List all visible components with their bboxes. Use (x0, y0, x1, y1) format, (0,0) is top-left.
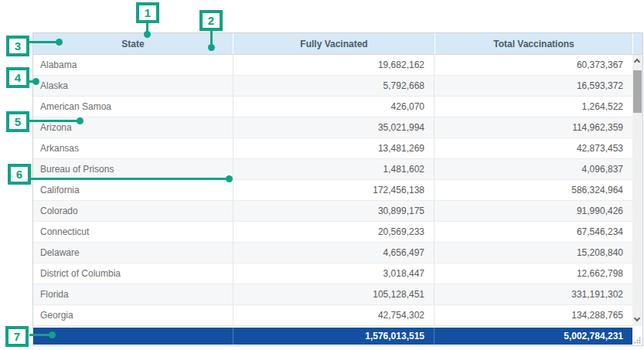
total-vaccinations-cell: 4,096,837 (434, 159, 632, 179)
fully-vacinated-cell: 19,682,162 (233, 55, 434, 75)
callout-7: 7 (5, 326, 29, 347)
fully-vacinated-cell: 42,754,302 (233, 305, 434, 325)
state-cell: Connecticut (33, 222, 233, 242)
table-row[interactable]: Arkansas13,481,26942,873,453 (33, 138, 632, 159)
table-row[interactable]: Colorado30,899,17591,990,426 (33, 201, 632, 222)
totals-total-vaccinations: 5,002,784,231 (434, 328, 632, 345)
callout-6-dot (226, 175, 233, 182)
total-vaccinations-cell: 60,373,367 (434, 55, 632, 75)
state-cell: Arkansas (33, 138, 233, 158)
total-vaccinations-cell: 331,191,302 (434, 284, 632, 304)
callout-3-label: 3 (15, 39, 21, 53)
fully-vacinated-cell: 13,481,269 (233, 138, 434, 158)
state-cell: Alaska (33, 76, 233, 96)
scroll-up-button[interactable] (632, 55, 642, 66)
state-cell: Alabama (33, 55, 233, 75)
table-row[interactable]: Alabama19,682,16260,373,367 (33, 55, 632, 76)
callout-4-label: 4 (15, 71, 21, 84)
callout-2: 2 (199, 10, 223, 31)
state-cell: Georgia (33, 305, 233, 325)
table-row[interactable]: Georgia42,754,302134,288,765 (33, 305, 632, 326)
callout-2-dot (208, 44, 215, 51)
vertical-scrollbar[interactable] (632, 55, 642, 326)
total-vaccinations-cell: 91,990,426 (434, 201, 632, 221)
callout-1: 1 (136, 2, 159, 23)
scrollbar-thumb[interactable] (633, 70, 642, 113)
column-header-total-vaccinations[interactable]: Total Vaccinations (435, 33, 632, 55)
table-row[interactable]: District of Columbia3,018,44712,662,798 (33, 263, 632, 284)
table-row[interactable]: American Samoa426,0701,264,522 (33, 97, 632, 117)
table-row[interactable]: Alaska5,792,66816,593,372 (33, 76, 632, 97)
callout-3: 3 (6, 36, 29, 56)
table-rows: Alabama19,682,16260,373,367Alaska5,792,6… (33, 55, 632, 326)
table-row[interactable]: Delaware4,656,49715,208,840 (33, 243, 632, 263)
resize-grip-icon[interactable] (634, 337, 641, 344)
totals-state-cell (33, 328, 233, 345)
total-vaccinations-cell: 134,288,765 (434, 305, 632, 325)
table-row[interactable]: Bureau of Prisons1,481,6024,096,837 (33, 159, 632, 180)
table-row[interactable]: Florida105,128,451331,191,302 (33, 284, 632, 305)
callout-5-connector (28, 120, 78, 122)
total-vaccinations-cell: 114,962,359 (434, 117, 632, 138)
fully-vacinated-cell: 30,899,175 (233, 201, 434, 221)
table-row[interactable]: California172,456,138586,324,964 (33, 180, 632, 201)
callout-7-dot (49, 331, 56, 338)
fully-vacinated-cell: 35,021,994 (233, 117, 434, 138)
state-cell: American Samoa (33, 97, 233, 117)
fully-vacinated-cell: 4,656,497 (233, 243, 434, 263)
fully-vacinated-cell: 1,481,602 (233, 159, 434, 179)
column-header-state[interactable]: State (33, 33, 233, 55)
state-cell: Colorado (33, 201, 233, 221)
callout-2-label: 2 (208, 14, 214, 27)
total-vaccinations-cell: 15,208,840 (434, 243, 632, 263)
callout-4-dot (32, 78, 39, 85)
chevron-down-icon (634, 315, 640, 321)
total-vaccinations-cell: 586,324,964 (434, 180, 632, 200)
callout-5-dot (77, 117, 83, 124)
totals-fully-vacinated: 1,576,013,515 (233, 328, 434, 345)
chevron-up-icon (634, 59, 640, 65)
attribute-table: State Fully Vacinated Total Vaccinations… (32, 32, 643, 346)
table-viewport: Alabama19,682,16260,373,367Alaska5,792,6… (33, 54, 642, 325)
scroll-down-button[interactable] (632, 314, 642, 326)
callout-6: 6 (8, 164, 31, 185)
fully-vacinated-cell: 20,569,233 (233, 222, 434, 242)
column-header-scroll-spacer (633, 33, 642, 55)
callout-4: 4 (6, 67, 29, 88)
state-cell: Bureau of Prisons (33, 159, 233, 179)
fully-vacinated-cell: 5,792,668 (233, 76, 434, 96)
fully-vacinated-cell: 105,128,451 (233, 284, 434, 304)
table-header-row: State Fully Vacinated Total Vaccinations (33, 33, 642, 55)
state-cell: California (33, 180, 233, 200)
state-cell: Florida (33, 284, 233, 304)
callout-1-dot (144, 31, 151, 38)
fully-vacinated-cell: 426,070 (233, 97, 434, 117)
callout-7-connector (29, 334, 50, 336)
table-row[interactable]: Connecticut20,569,23367,546,234 (33, 222, 632, 243)
callout-6-connector (29, 178, 227, 180)
callout-5: 5 (6, 111, 29, 132)
callout-3-dot (56, 39, 63, 46)
total-vaccinations-cell: 1,264,522 (434, 97, 632, 117)
scrollbar-corner (632, 326, 642, 345)
column-header-fully-vacinated[interactable]: Fully Vacinated (233, 33, 434, 55)
total-vaccinations-cell: 12,662,798 (434, 263, 632, 284)
fully-vacinated-cell: 172,456,138 (233, 180, 434, 200)
total-vaccinations-cell: 16,593,372 (434, 76, 632, 96)
state-cell: Delaware (33, 243, 233, 263)
fully-vacinated-cell: 3,018,447 (233, 263, 434, 284)
state-cell: District of Columbia (33, 263, 233, 284)
callout-1-label: 1 (145, 6, 151, 19)
table-totals-row: 1,576,013,515 5,002,784,231 (33, 328, 632, 345)
callout-5-label: 5 (15, 115, 21, 128)
callout-2-connector (210, 30, 213, 46)
callout-7-label: 7 (14, 330, 20, 343)
total-vaccinations-cell: 67,546,234 (434, 222, 632, 242)
total-vaccinations-cell: 42,873,453 (434, 138, 632, 158)
table-row[interactable]: Arizona35,021,994114,962,359 (33, 117, 632, 138)
callout-3-connector (29, 41, 57, 43)
callout-6-label: 6 (16, 168, 22, 181)
